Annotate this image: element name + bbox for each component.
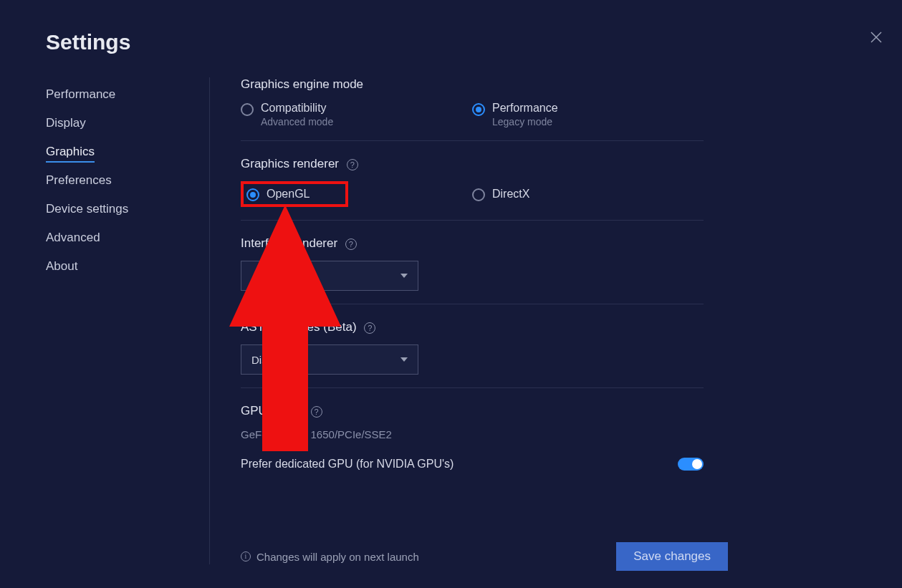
sidebar-item-label: Advanced — [46, 231, 100, 244]
radio-sublabel: Legacy mode — [492, 116, 558, 127]
select-value: Disabled — [251, 354, 293, 366]
radio-performance[interactable]: Performance Legacy mode — [472, 102, 704, 127]
radio-label: Compatibility — [261, 102, 333, 115]
footer: i Changes will apply on next launch Save… — [241, 542, 728, 571]
help-icon[interactable]: ? — [364, 322, 375, 334]
gpu-heading-text: GPU in use — [241, 404, 303, 418]
sidebar-item-label: About — [46, 259, 77, 273]
sidebar-item-performance[interactable]: Performance — [46, 80, 211, 109]
sidebar-item-label: Display — [46, 116, 86, 130]
info-icon: i — [241, 551, 251, 562]
chevron-down-icon — [400, 274, 408, 278]
settings-sidebar: Performance Display Graphics Preferences… — [46, 80, 211, 281]
radio-sublabel: Advanced mode — [261, 116, 333, 127]
renderer-heading-text: Graphics renderer — [241, 157, 339, 170]
select-value: Auto — [251, 270, 274, 282]
sidebar-item-graphics[interactable]: Graphics — [46, 138, 211, 166]
gpu-heading: GPU in use ? — [241, 404, 704, 418]
astc-select[interactable]: Disabled — [241, 344, 418, 375]
radio-label: OpenGL — [267, 188, 310, 201]
sidebar-item-preferences[interactable]: Preferences — [46, 166, 211, 195]
section-divider — [241, 304, 704, 304]
help-icon[interactable]: ? — [347, 159, 358, 170]
help-icon[interactable]: ? — [311, 406, 322, 418]
radio-label: Performance — [492, 102, 558, 115]
radio-icon — [246, 188, 259, 201]
page-title: Settings — [46, 30, 130, 54]
sidebar-item-label: Device settings — [46, 202, 128, 216]
astc-heading-text: ASTC textures (Beta) — [241, 320, 357, 334]
sidebar-divider — [209, 77, 210, 564]
footer-info: i Changes will apply on next launch — [241, 551, 419, 563]
sidebar-item-display[interactable]: Display — [46, 109, 211, 138]
section-divider — [241, 140, 704, 141]
section-divider — [241, 387, 704, 388]
interface-renderer-heading: Interface renderer ? — [241, 236, 704, 251]
toggle-knob — [692, 459, 702, 469]
renderer-heading: Graphics renderer ? — [241, 157, 704, 171]
radio-label: DirectX — [492, 188, 529, 201]
close-button[interactable] — [868, 29, 885, 46]
radio-icon — [472, 103, 485, 116]
sidebar-item-label: Preferences — [46, 173, 112, 187]
radio-compatibility[interactable]: Compatibility Advanced mode — [241, 102, 472, 127]
radio-icon — [472, 188, 485, 201]
save-changes-button[interactable]: Save changes — [616, 542, 728, 571]
interface-renderer-select[interactable]: Auto — [241, 261, 418, 291]
gpu-value: GeForce GTX 1650/PCIe/SSE2 — [241, 428, 704, 440]
astc-heading: ASTC textures (Beta) ? — [241, 320, 704, 334]
radio-opengl[interactable]: OpenGL — [241, 181, 348, 207]
interface-renderer-heading-text: Interface renderer — [241, 236, 337, 250]
sidebar-item-advanced[interactable]: Advanced — [46, 223, 211, 252]
radio-icon — [241, 103, 254, 116]
help-icon[interactable]: ? — [345, 238, 357, 250]
prefer-gpu-label: Prefer dedicated GPU (for NVIDIA GPU's) — [241, 458, 454, 471]
settings-content: Graphics engine mode Compatibility Advan… — [241, 77, 704, 471]
section-divider — [241, 220, 704, 221]
sidebar-item-label: Graphics — [46, 145, 95, 163]
prefer-gpu-toggle[interactable] — [678, 458, 704, 471]
footer-info-text: Changes will apply on next launch — [256, 551, 419, 563]
sidebar-item-label: Performance — [46, 87, 115, 101]
sidebar-item-device-settings[interactable]: Device settings — [46, 195, 211, 223]
engine-mode-heading: Graphics engine mode — [241, 77, 704, 92]
radio-directx[interactable]: DirectX — [472, 181, 704, 207]
sidebar-item-about[interactable]: About — [46, 252, 211, 281]
chevron-down-icon — [400, 357, 408, 362]
